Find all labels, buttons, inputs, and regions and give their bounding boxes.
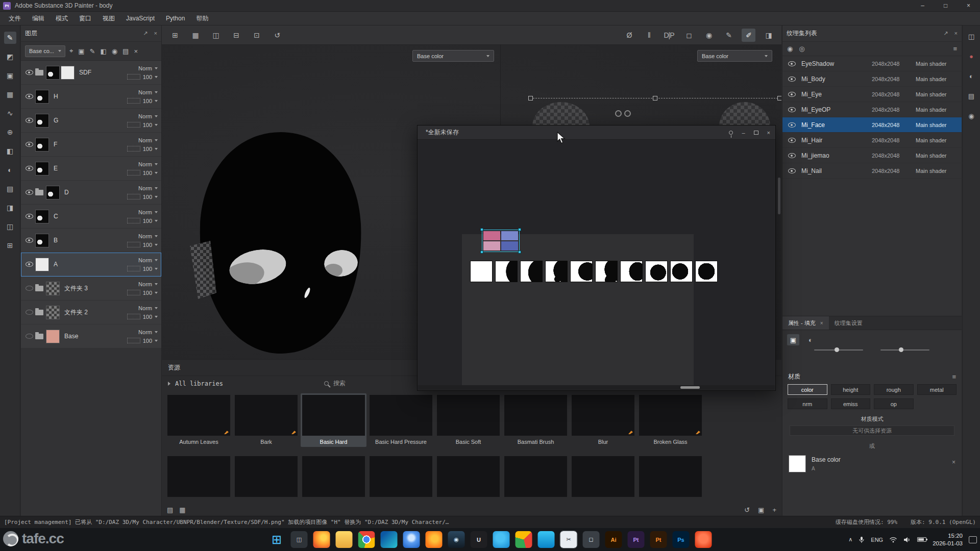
asset-search[interactable]: 搜索 [324, 379, 346, 388]
camera-settings-icon[interactable]: ◉ [966, 110, 977, 121]
paint-tool-icon[interactable]: ✎ [4, 32, 16, 44]
quick-mask-icon[interactable]: ◐ [4, 164, 16, 176]
battery-icon[interactable] [917, 537, 926, 542]
list-view-icon[interactable]: ▤ [167, 506, 173, 514]
mask-thumbnail[interactable] [595, 261, 618, 282]
grid-view-icon[interactable]: ▦ [179, 506, 185, 514]
slider-knob[interactable] [835, 347, 839, 352]
close-panel-icon[interactable]: × [154, 30, 157, 37]
sprite-tile[interactable] [483, 231, 500, 240]
pin-icon[interactable] [729, 131, 733, 135]
layer-opacity[interactable]: 100 [143, 194, 152, 200]
mask-thumbnail[interactable] [545, 261, 568, 282]
selection-handle[interactable] [480, 251, 483, 254]
selected-sprite-group[interactable] [482, 230, 519, 252]
base-color-swatch[interactable] [789, 455, 806, 472]
scrollbar-thumb[interactable] [680, 386, 700, 389]
texture-visibility-toggle[interactable] [786, 92, 798, 97]
texture-set-row[interactable]: EyeShadow 2048x2048 Main shader [782, 56, 962, 71]
mask-thumbnail[interactable] [570, 261, 593, 282]
brush-asset[interactable] [301, 455, 366, 498]
blend-mode-dropdown[interactable]: Norm [138, 233, 158, 239]
layer-visibility-toggle[interactable] [23, 118, 35, 123]
menu-item[interactable]: 视图 [97, 14, 120, 23]
layer-row[interactable]: 文件夹 2 Norm 100 [21, 300, 161, 324]
layer-row[interactable]: H Norm 100 [21, 85, 161, 109]
chromium[interactable] [403, 531, 420, 548]
symmetry-x-icon[interactable]: ◫ [209, 29, 223, 42]
pause-engine-icon[interactable]: ‖ [642, 29, 656, 42]
start-button[interactable]: ⊞ [268, 531, 285, 548]
tab-texture-set-settings[interactable]: 纹理集设置 [829, 316, 868, 330]
layer-thumbnail[interactable] [35, 258, 49, 271]
texture-set-row[interactable]: Mi_Eye 2048x2048 Main shader [782, 87, 962, 102]
layer-opacity[interactable]: 100 [143, 314, 152, 320]
notification-center-icon[interactable] [969, 536, 977, 543]
remove-resource-icon[interactable]: × [952, 455, 955, 466]
tray-expand-icon[interactable]: ∧ [848, 536, 852, 543]
chrome[interactable] [358, 531, 375, 548]
brush-asset[interactable]: Broken Glass [638, 393, 703, 447]
blend-mode-dropdown[interactable]: Norm [138, 209, 158, 215]
brush-asset[interactable] [638, 455, 703, 498]
layer-row[interactable]: Base Norm 100 [21, 324, 161, 348]
brush-asset[interactable] [435, 455, 501, 498]
layer-thumbnail[interactable] [46, 306, 60, 319]
hide-ui-icon[interactable]: Ø [622, 29, 636, 42]
menu-item[interactable]: 窗口 [74, 14, 97, 23]
slider-knob[interactable] [899, 347, 903, 352]
texture-visibility-toggle[interactable] [786, 122, 798, 128]
shelf-icon[interactable]: ◫ [4, 220, 16, 233]
layer-opacity[interactable]: 100 [143, 290, 152, 296]
layer-thumbnail[interactable] [35, 162, 49, 176]
view2d-channel-dropdown[interactable]: Base color [697, 50, 772, 62]
layer-opacity[interactable]: 100 [143, 242, 152, 248]
telegram[interactable] [493, 531, 510, 548]
float-window-canvas[interactable] [418, 140, 775, 390]
pen-pressure-icon[interactable]: ✎ [722, 29, 736, 42]
tab-fill-properties[interactable]: 属性 - 填充 × [782, 316, 829, 330]
channel-button[interactable]: op [874, 398, 914, 409]
eraser-tool-icon[interactable]: ◩ [4, 51, 16, 63]
float-maximize-button[interactable] [754, 131, 758, 135]
layer-thumbnail[interactable] [46, 186, 60, 199]
selection-handle[interactable] [480, 228, 483, 231]
polygon-fill-tool-icon[interactable]: ▦ [4, 88, 16, 101]
float-close-button[interactable]: × [767, 130, 770, 136]
photoshop[interactable]: Ps [673, 531, 690, 548]
menu-item[interactable]: Python [160, 15, 190, 22]
menu-item[interactable]: JavaScript [120, 15, 160, 22]
material-picker-icon[interactable]: ◧ [4, 145, 16, 157]
chrome-profile[interactable] [516, 531, 532, 548]
microphone-icon[interactable] [859, 536, 865, 543]
add-folder-icon[interactable]: ▤ [122, 47, 129, 55]
undock-panel-icon[interactable]: ↗ [143, 30, 148, 37]
layer-opacity[interactable]: 100 [143, 218, 152, 224]
layer-thumbnail[interactable] [35, 210, 49, 223]
unity-hub[interactable]: U [471, 531, 487, 548]
pick-material-icon[interactable]: ⌖ [69, 47, 73, 55]
layer-opacity[interactable]: 100 [143, 74, 152, 80]
export-icon[interactable]: ▤ [4, 183, 16, 195]
texture-set-row[interactable]: Mi_jiemao 2048x2048 Main shader [782, 148, 962, 163]
plugins-icon[interactable]: ⊞ [4, 239, 16, 252]
brush-asset[interactable]: Basic Soft [435, 393, 501, 447]
texture-set-row[interactable]: Mi_Hair 2048x2048 Main shader [782, 133, 962, 148]
layer-thumbnail[interactable] [35, 234, 49, 247]
dock-panel-icon[interactable]: ◫ [966, 31, 977, 42]
mask-thumbnail[interactable] [495, 261, 518, 282]
tiling-icon[interactable]: ▦ [188, 29, 202, 42]
tray-clock[interactable]: 15:20 2026-01-03 [933, 532, 963, 547]
solo-icon[interactable]: ◎ [799, 45, 804, 53]
brush-asset[interactable]: Basic Hard Pressure [368, 393, 434, 447]
stamp-tool-icon[interactable]: ▣ [78, 47, 84, 55]
layer-visibility-toggle[interactable] [23, 70, 35, 75]
brave[interactable] [695, 531, 712, 548]
section-menu-icon[interactable]: ≡ [952, 373, 956, 381]
blend-mode-dropdown[interactable]: Norm [138, 113, 158, 119]
blend-mode-dropdown[interactable]: Norm [138, 185, 158, 191]
mask-thumbnail[interactable] [695, 261, 718, 282]
texture-visibility-toggle[interactable] [786, 61, 798, 66]
chevron-right-icon[interactable] [168, 382, 170, 386]
layer-opacity[interactable]: 100 [143, 170, 152, 176]
